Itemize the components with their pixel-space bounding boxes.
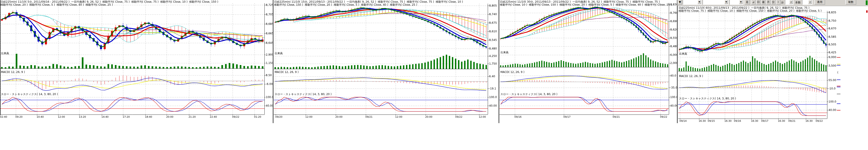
time-axis-label: 20:00: [166, 115, 174, 118]
stochastics-pane-label: スロー・ストキャスティクス( 14, 3, 80, 20 ): [1, 92, 58, 96]
time-axis-label: 18:40: [145, 115, 152, 118]
panel-title-line2: 移動平均( Close, 150 ) 移動平均( Close, 20 ) 移動平…: [274, 3, 498, 6]
time-axis-label: 09/17: [563, 115, 570, 118]
stoch-axis-label: 40.00: [670, 104, 677, 107]
stoch-axis-label: 100.0: [266, 95, 273, 99]
time-axis-label: 09:20: [16, 115, 23, 118]
period-button-4[interactable]: 月: [766, 0, 771, 5]
time-axis-label: 09/16: [515, 115, 522, 118]
chart-panel-15min[interactable]: 日経225mini 11/10( 15分, 2011/09/13 - 2011/…: [274, 0, 498, 126]
time-axis-label: 20:00: [335, 115, 343, 118]
macd-axis-label: 8.50: [266, 73, 273, 77]
macd-axis-label: -6.00: [266, 83, 273, 86]
period-button-1[interactable]: ⊿: [751, 0, 756, 5]
price-axis-label: 8,725: [266, 3, 273, 6]
multi-symbol-button[interactable]: 複数: [845, 0, 856, 5]
chevron-down-icon[interactable]: ▼: [739, 0, 743, 4]
macd-pane-label: MACD( 12, 26, 9 ): [1, 70, 25, 73]
chart-panel-5min[interactable]: 日経225mini 11/10( 5分, 2011/09/16 - 2011/0…: [0, 0, 273, 126]
volume-axis-label: 2,000: [670, 61, 677, 65]
chart-canvas-60分[interactable]: [678, 0, 837, 123]
time-axis-label: 10:40: [37, 115, 44, 118]
minute-spinner[interactable]: 60 ⊿: [785, 0, 794, 5]
volume-axis-label: 1,150: [266, 61, 273, 65]
time-axis-label: 09/22: [816, 120, 823, 122]
time-axis-label: 09/20: [275, 115, 282, 118]
time-axis-label: 09/14: [679, 120, 687, 122]
chart-canvas-5分[interactable]: [0, 0, 273, 123]
price-axis-label: 8,675: [489, 21, 498, 24]
period-button-6[interactable]: Ｉ: [776, 0, 781, 5]
chartbook-window: 日経225mini 11/10( 5分, 2011/09/16 - 2011/0…: [0, 0, 868, 150]
time-axis-label: 12:00: [305, 115, 312, 118]
time-axis-label: 09/17: [761, 120, 768, 122]
price-axis-label: 8,610: [489, 30, 498, 33]
volume-pane-label: 出来高: [500, 51, 508, 55]
minute-label: 分: [781, 1, 784, 4]
chart-panel-30min[interactable]: 日経225mini 11/10( 30分, 2011/09/13 - 2011/…: [499, 0, 677, 126]
apply-button[interactable]: 適用: [814, 0, 825, 5]
time-axis-label: 02:40: [0, 115, 7, 118]
stoch-axis-label: 100.0: [670, 95, 677, 99]
time-axis-label: 12:00: [395, 115, 402, 118]
edge-value-marker: [837, 86, 840, 86]
macd-axis-label: -35.0: [670, 86, 677, 89]
macd-axis-label: 40.0: [670, 74, 677, 77]
edge-status-green: [866, 0, 868, 5]
time-axis-label: 09/16: [734, 120, 741, 122]
volume-axis-label: 4,250: [489, 55, 498, 58]
time-axis-label: 12:00: [479, 115, 486, 118]
spinner-icon[interactable]: ⊿: [789, 0, 793, 4]
price-axis-label: 8,425: [829, 51, 837, 54]
panel-title-line1: 日経225mini 11/10( 15分, 2011/09/13 - 2011/…: [274, 0, 498, 3]
time-axis-label: 09/21: [788, 120, 796, 122]
period-button-5[interactable]: 分: [771, 0, 776, 5]
panel-title-line2: 移動平均( Close, 20 ) 移動平均( Close, 5 ) 移動平均(…: [0, 3, 273, 6]
volume-axis-label: 1,750: [489, 62, 498, 65]
stoch-axis-label: 40.00: [489, 104, 498, 107]
volume-pane-label: 出来高: [679, 52, 687, 56]
stoch-axis-label: 100.0: [829, 100, 837, 103]
bar-count-spinner[interactable]: 600 ⊿: [802, 0, 812, 5]
time-axis-label: 20:00: [425, 115, 432, 118]
edge-status-red: [866, 10, 868, 13]
volume-pane-label: 出来高: [275, 52, 283, 55]
volume-axis-label: 9,000: [829, 56, 837, 59]
chart-canvas-15分[interactable]: [274, 0, 498, 123]
macd-pane-label: MACD( 12, 26, 9 ): [679, 74, 703, 78]
edge-value-marker: [837, 65, 840, 65]
edge-value-marker: [837, 87, 840, 87]
chevron-down-icon[interactable]: ▼: [698, 0, 701, 4]
volume-axis-label: 3,500: [829, 64, 837, 67]
stochastics-pane-label: スロー・ストキャスティクス( 14, 3, 80, 20 ): [275, 92, 332, 96]
panel-title-line1: 日経225mini 11/10( 60分, 2011/09/13 - 2011/…: [679, 6, 837, 9]
chart-panel-60min[interactable]: 日経225mini 11/10( 60分, 2011/09/13 - 2011/…: [678, 0, 837, 126]
price-axis-label: 8,645: [266, 41, 273, 44]
price-axis-label: 8,545: [489, 38, 498, 41]
volume-axis-label: 2,900: [266, 53, 273, 56]
time-axis-label: 09/15: [708, 120, 715, 122]
panel-separator: [499, 0, 499, 123]
period-button-3[interactable]: 週: [761, 0, 766, 5]
symbol-select[interactable]: 日経225mini ▼: [703, 0, 729, 5]
chevron-down-icon[interactable]: ▼: [724, 0, 728, 4]
chart-canvas-30分[interactable]: [499, 0, 677, 123]
stochastics-pane-label: スロー・ストキャスティクス( 14, 3, 80, 20 ): [679, 97, 736, 100]
panel-separator: [273, 0, 274, 123]
spinner-icon[interactable]: ⊿: [808, 0, 812, 4]
symbol-list-button[interactable]: ▼: [678, 0, 682, 5]
bar-type-button[interactable]: 足: [744, 0, 750, 5]
time-axis-label: 09/22: [455, 115, 462, 118]
macd-axis-label: 55.00: [829, 79, 837, 82]
macd-axis-label: 6.40: [489, 75, 498, 78]
price-axis-label: 8,760: [670, 11, 677, 14]
category-select[interactable]: 先物 ▼: [683, 0, 702, 5]
bar-count-label: 本数: [795, 1, 801, 4]
time-axis-label: 16:30: [778, 120, 785, 122]
contract-month-select[interactable]: 11/10 ▼: [730, 0, 743, 5]
time-axis-label: 13:20: [79, 115, 86, 118]
period-button-2[interactable]: 日: [756, 0, 761, 5]
time-axis-label: 12:00: [58, 115, 65, 118]
time-axis-label: 09/21: [365, 115, 373, 118]
price-axis-label: 8,740: [489, 13, 498, 16]
